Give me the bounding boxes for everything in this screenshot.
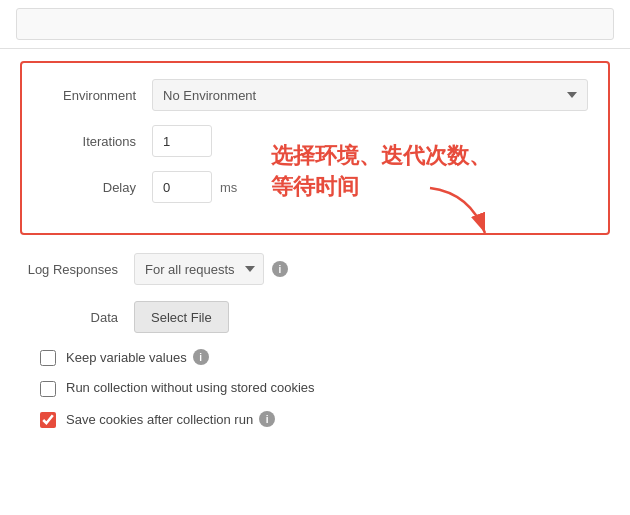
select-file-button[interactable]: Select File: [134, 301, 229, 333]
top-input[interactable]: [16, 8, 614, 40]
keep-variable-checkbox[interactable]: [40, 350, 56, 366]
keep-variable-info-icon[interactable]: i: [193, 349, 209, 365]
keep-variable-label: Keep variable values i: [66, 349, 209, 365]
environment-select[interactable]: No EnvironmentLocalProductionStaging: [152, 79, 588, 111]
keep-variable-row: Keep variable values i: [20, 349, 610, 366]
iterations-label: Iterations: [42, 134, 152, 149]
delay-row: Delay ms: [42, 171, 588, 203]
run-without-cookies-row: Run collection without using stored cook…: [20, 380, 610, 397]
run-without-cookies-label: Run collection without using stored cook…: [66, 380, 315, 395]
iterations-input[interactable]: [152, 125, 212, 157]
delay-unit: ms: [220, 180, 237, 195]
save-cookies-checkbox[interactable]: [40, 412, 56, 428]
main-content: Environment No EnvironmentLocalProductio…: [0, 49, 630, 454]
save-cookies-label: Save cookies after collection run i: [66, 411, 275, 427]
environment-row: Environment No EnvironmentLocalProductio…: [42, 79, 588, 111]
log-responses-info-icon[interactable]: i: [272, 261, 288, 277]
save-cookies-row: Save cookies after collection run i: [20, 411, 610, 428]
save-cookies-info-icon[interactable]: i: [259, 411, 275, 427]
log-responses-select[interactable]: For all requestsOn errorNever: [134, 253, 264, 285]
log-responses-row: Log Responses For all requestsOn errorNe…: [20, 253, 610, 285]
data-label: Data: [24, 310, 134, 325]
delay-input[interactable]: [152, 171, 212, 203]
top-bar: [0, 0, 630, 49]
iterations-row: Iterations: [42, 125, 588, 157]
environment-label: Environment: [42, 88, 152, 103]
run-without-cookies-checkbox[interactable]: [40, 381, 56, 397]
env-box: Environment No EnvironmentLocalProductio…: [20, 61, 610, 235]
data-row: Data Select File: [20, 301, 610, 333]
log-responses-label: Log Responses: [24, 262, 134, 277]
delay-label: Delay: [42, 180, 152, 195]
log-select-wrapper: For all requestsOn errorNever i: [134, 253, 288, 285]
